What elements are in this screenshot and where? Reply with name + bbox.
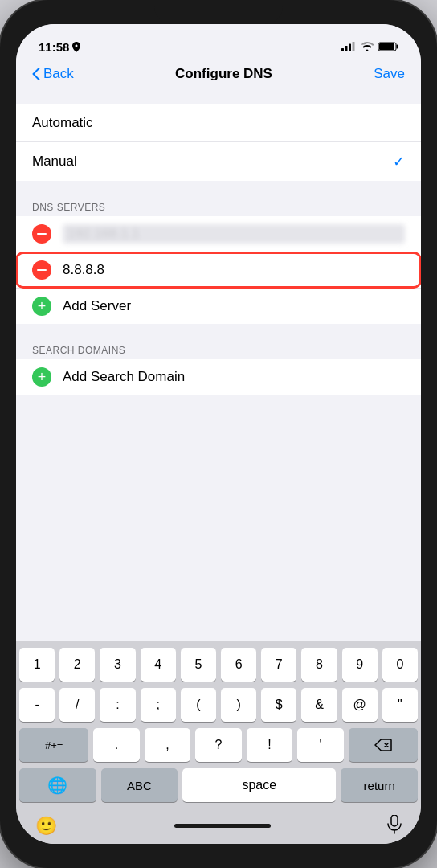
status-icons [341, 42, 398, 51]
add-search-domain-label: Add Search Domain [63, 369, 405, 385]
key-ampersand[interactable]: & [301, 688, 337, 722]
space-button[interactable]: space [182, 768, 336, 802]
bottom-bar: 🙂 [19, 812, 418, 844]
signal-icon [341, 42, 356, 51]
key-5[interactable]: 5 [181, 648, 216, 682]
add-server-label: Add Server [63, 298, 405, 314]
emoji-icon[interactable]: 🙂 [35, 816, 57, 837]
key-8[interactable]: 8 [301, 648, 337, 682]
backspace-icon [374, 739, 392, 751]
dns-server-row-2[interactable] [16, 252, 421, 289]
keyboard-row-4: 🌐 ABC space return [19, 768, 418, 805]
keyboard-row-1: 1 2 3 4 5 6 7 8 9 0 [19, 648, 418, 682]
key-4[interactable]: 4 [141, 648, 176, 682]
save-button[interactable]: Save [374, 66, 405, 82]
phone-frame: 11:58 [0, 0, 437, 868]
wifi-icon [361, 42, 374, 51]
key-at[interactable]: @ [342, 688, 378, 722]
key-7[interactable]: 7 [261, 648, 296, 682]
key-dash[interactable]: - [19, 688, 55, 722]
svg-rect-7 [391, 815, 398, 826]
dns-server-1-value: 192.168.1.1 [63, 224, 405, 244]
emoji-button[interactable]: 🌐 [19, 768, 96, 802]
key-lparen[interactable]: ( [181, 688, 216, 722]
keyboard-row-3: #+= . , ? ! ' [19, 728, 418, 762]
svg-rect-3 [353, 42, 355, 51]
key-2[interactable]: 2 [59, 648, 95, 682]
add-search-domain-button[interactable] [32, 367, 51, 387]
status-bar: 11:58 [16, 24, 421, 59]
back-chevron-icon [32, 68, 40, 80]
nav-bar: Back Configure DNS Save [16, 59, 421, 90]
manual-row[interactable]: Manual ✓ [16, 142, 421, 181]
mic-icon[interactable] [387, 815, 402, 837]
key-symbols[interactable]: #+= [19, 728, 88, 762]
remove-server-2-button[interactable] [32, 260, 51, 280]
dns-server-2-input[interactable] [63, 262, 405, 278]
keyboard-row-2: - / : ; ( ) $ & @ " [19, 688, 418, 722]
abc-button[interactable]: ABC [101, 768, 178, 802]
dns-servers-label: DNS SERVERS [16, 195, 421, 216]
status-time: 11:58 [39, 40, 69, 54]
key-rparen[interactable]: ) [221, 688, 256, 722]
location-icon [72, 42, 80, 52]
keyboard[interactable]: 1 2 3 4 5 6 7 8 9 0 - / : ; ( ) $ & [16, 641, 421, 844]
key-dollar[interactable]: $ [261, 688, 296, 722]
key-semicolon[interactable]: ; [141, 688, 176, 722]
search-domains-label: SEARCH DOMAINS [16, 338, 421, 359]
dns-servers-card: 192.168.1.1 Add Server [16, 216, 421, 324]
microphone-icon [387, 815, 402, 834]
space-label: space [242, 778, 276, 792]
home-indicator [174, 824, 271, 828]
key-exclamation[interactable]: ! [247, 728, 293, 762]
return-label: return [364, 779, 395, 792]
back-label: Back [43, 66, 74, 82]
automatic-label: Automatic [32, 115, 405, 131]
notch [154, 0, 283, 24]
key-period[interactable]: . [93, 728, 140, 762]
checkmark-icon: ✓ [393, 153, 405, 170]
svg-rect-0 [341, 48, 344, 51]
dns-server-row-1[interactable]: 192.168.1.1 [16, 216, 421, 252]
backspace-button[interactable] [349, 728, 418, 762]
key-comma[interactable]: , [145, 728, 191, 762]
page-title: Configure DNS [175, 66, 272, 82]
key-0[interactable]: 0 [382, 648, 418, 682]
key-colon[interactable]: : [100, 688, 135, 722]
key-3[interactable]: 3 [100, 648, 135, 682]
search-domains-card: Add Search Domain [16, 359, 421, 395]
svg-rect-1 [345, 46, 348, 51]
key-quote[interactable]: " [382, 688, 418, 722]
abc-label: ABC [127, 779, 152, 792]
svg-rect-2 [349, 44, 351, 52]
content-area: Automatic Manual ✓ DNS SERVERS 192.168.1… [16, 90, 421, 641]
manual-label: Manual [32, 154, 393, 170]
dns-mode-card: Automatic Manual ✓ [16, 104, 421, 181]
battery-icon [378, 42, 398, 51]
automatic-row[interactable]: Automatic [16, 104, 421, 142]
key-apostrophe[interactable]: ' [297, 728, 344, 762]
remove-server-1-button[interactable] [32, 224, 51, 244]
key-1[interactable]: 1 [19, 648, 55, 682]
key-slash[interactable]: / [59, 688, 95, 722]
add-search-domain-row[interactable]: Add Search Domain [16, 359, 421, 395]
add-server-button[interactable] [32, 297, 51, 316]
key-question[interactable]: ? [195, 728, 242, 762]
back-button[interactable]: Back [32, 66, 74, 82]
phone-screen: 11:58 [16, 24, 421, 844]
svg-rect-5 [379, 43, 394, 50]
return-button[interactable]: return [341, 768, 418, 802]
add-server-row[interactable]: Add Server [16, 289, 421, 324]
key-9[interactable]: 9 [342, 648, 378, 682]
key-6[interactable]: 6 [221, 648, 256, 682]
svg-rect-6 [397, 45, 398, 49]
